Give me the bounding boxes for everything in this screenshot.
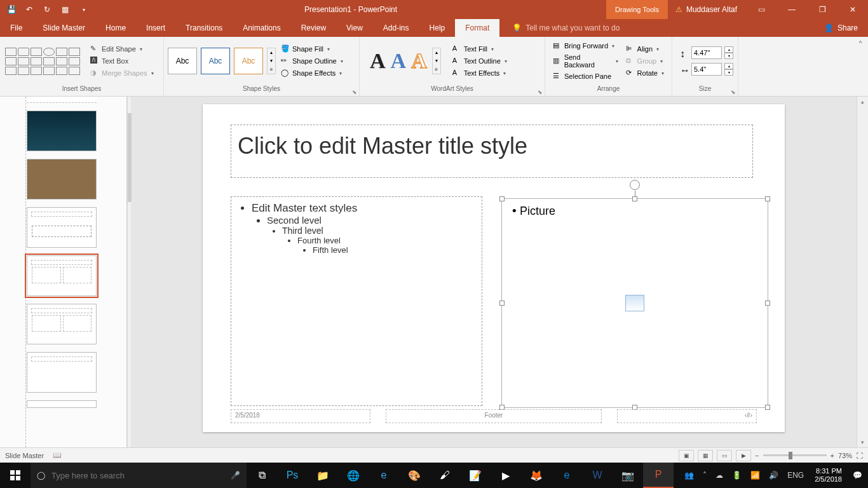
tray-overflow-icon[interactable]: ˄ (700, 471, 710, 480)
resize-handle[interactable] (765, 405, 770, 410)
taskbar-app-explorer[interactable]: 📁 (308, 463, 338, 488)
share-button[interactable]: 👤 Share (814, 24, 868, 32)
shape-icon[interactable] (18, 57, 29, 65)
scroll-up-icon[interactable]: ▴ (858, 97, 868, 107)
tab-transitions[interactable]: Transitions (175, 19, 233, 37)
taskbar-app-word[interactable]: W (582, 463, 613, 488)
shape-icon[interactable] (43, 57, 55, 65)
start-button[interactable] (0, 463, 31, 488)
selection-pane-button[interactable]: ☰Selection Pane (552, 71, 620, 81)
taskbar-app-notes[interactable]: 📝 (460, 463, 491, 488)
battery-icon[interactable]: 🔋 (729, 471, 745, 480)
normal-view-icon[interactable]: ▣ (679, 450, 694, 461)
tab-animations[interactable]: Animations (233, 19, 290, 37)
wordart-more[interactable]: ▴▾≡ (432, 48, 441, 74)
vertical-scrollbar[interactable]: ▴ ▾ (857, 97, 868, 447)
taskbar-app-ie[interactable]: e (369, 463, 399, 488)
wordart-style-swatch[interactable]: A (391, 49, 407, 73)
taskbar-app-firefox[interactable]: 🦊 (521, 463, 552, 488)
tell-me-search[interactable]: 💡 Tell me what you want to do (512, 24, 620, 32)
save-icon[interactable]: 💾 (5, 3, 18, 16)
account-user[interactable]: ⚠Muddaser Altaf (668, 5, 745, 14)
thumbnail-layout[interactable] (27, 111, 97, 151)
start-from-beginning-icon[interactable]: ▦ (58, 3, 71, 16)
taskbar-clock[interactable]: 8:31 PM 2/5/2018 (810, 467, 847, 484)
shape-style-swatch[interactable]: Abc (168, 48, 197, 74)
thumbnail-layout[interactable] (27, 159, 97, 200)
resize-handle[interactable] (499, 196, 505, 201)
rotate-handle[interactable] (630, 180, 640, 190)
zoom-in-icon[interactable]: + (831, 452, 834, 459)
tab-review[interactable]: Review (291, 19, 336, 37)
text-effects-button[interactable]: AText Effects▾ (451, 68, 508, 78)
people-icon[interactable]: 👥 (681, 471, 697, 480)
spin-down-icon[interactable]: ▾ (724, 69, 733, 76)
picture-icon[interactable] (625, 295, 644, 311)
shape-icon[interactable] (5, 48, 17, 56)
content-placeholder[interactable]: Edit Master text styles Second level Thi… (231, 196, 482, 406)
tab-slide-master[interactable]: Slide Master (32, 19, 95, 37)
zoom-level[interactable]: 73% (838, 452, 852, 459)
shape-icon[interactable] (31, 57, 42, 65)
picture-placeholder-selected[interactable]: • Picture (501, 198, 768, 408)
text-outline-button[interactable]: AText Outline▾ (451, 56, 508, 66)
taskbar-app-sketch[interactable]: 🎨 (399, 463, 430, 488)
shape-icon[interactable] (43, 67, 55, 75)
shape-icon[interactable] (18, 67, 29, 75)
tab-help[interactable]: Help (419, 19, 456, 37)
shape-icon[interactable] (56, 67, 67, 75)
slideshow-view-icon[interactable]: ▶ (736, 450, 751, 461)
dialog-launcher-icon[interactable]: ⬊ (352, 89, 357, 95)
reading-view-icon[interactable]: ▭ (717, 450, 732, 461)
tab-view[interactable]: View (336, 19, 373, 37)
thumbnail-layout-selected[interactable] (27, 255, 97, 296)
qat-more-icon[interactable]: ▾ (78, 3, 90, 16)
send-backward-button[interactable]: ▥Send Backward▾ (552, 53, 620, 69)
task-view-icon[interactable]: ⧉ (247, 463, 277, 488)
spin-down-icon[interactable]: ▾ (724, 53, 733, 59)
taskbar-search-input[interactable] (51, 471, 224, 480)
width-input[interactable] (691, 63, 722, 76)
text-box-button[interactable]: 🅰Text Box (89, 56, 155, 66)
action-center-icon[interactable]: 💬 (850, 471, 865, 480)
dialog-launcher-icon[interactable]: ⬊ (538, 89, 543, 95)
taskbar-app-edge[interactable]: e (552, 463, 582, 488)
resize-handle[interactable] (765, 196, 770, 201)
width-field[interactable]: ↔ ▴▾ (680, 63, 733, 76)
text-fill-button[interactable]: AText Fill▾ (451, 44, 508, 54)
height-field[interactable]: ↕ ▴▾ (680, 46, 733, 59)
language-icon[interactable]: ENG (784, 471, 807, 480)
shape-icon[interactable] (56, 57, 67, 65)
footer-slide-number[interactable]: ‹#› (617, 409, 757, 423)
slide-canvas[interactable]: Click to edit Master title style Edit Ma… (203, 104, 785, 432)
shape-icon[interactable] (69, 48, 80, 56)
wordart-style-swatch[interactable]: A (370, 49, 386, 73)
align-button[interactable]: ⊫Align▾ (625, 44, 665, 54)
taskbar-app-filmora[interactable]: ▶ (491, 463, 521, 488)
spellcheck-icon[interactable]: 📖 (53, 451, 62, 459)
redo-icon[interactable]: ↻ (41, 3, 53, 16)
edit-shape-button[interactable]: ✎Edit Shape▾ (89, 44, 155, 54)
thumbnail-layout[interactable] (27, 352, 97, 393)
spin-up-icon[interactable]: ▴ (724, 46, 733, 53)
tab-file[interactable]: File (0, 19, 32, 37)
tab-insert[interactable]: Insert (136, 19, 175, 37)
tab-home[interactable]: Home (95, 19, 136, 37)
thumbnail-layout[interactable] (27, 97, 97, 103)
bring-forward-button[interactable]: ▤Bring Forward▾ (552, 41, 620, 51)
wordart-style-swatch[interactable]: A (411, 49, 427, 73)
shape-style-more[interactable]: ▴▾≡ (267, 48, 276, 74)
volume-icon[interactable]: 🔊 (766, 471, 782, 480)
shape-icon[interactable] (5, 57, 17, 65)
minimize-icon[interactable]: — (778, 0, 806, 19)
resize-handle[interactable] (765, 301, 770, 306)
taskbar-app-zoom[interactable]: 📷 (613, 463, 643, 488)
spin-up-icon[interactable]: ▴ (724, 63, 733, 69)
shape-icon[interactable] (31, 67, 42, 75)
ribbon-display-options-icon[interactable]: ▭ (747, 0, 775, 19)
shape-icon[interactable] (18, 48, 29, 56)
taskbar-app-photoshop[interactable]: Ps (277, 463, 308, 488)
undo-icon[interactable]: ↶ (23, 3, 36, 16)
shape-icon[interactable] (31, 48, 42, 56)
taskbar-app-chrome[interactable]: 🌐 (338, 463, 369, 488)
